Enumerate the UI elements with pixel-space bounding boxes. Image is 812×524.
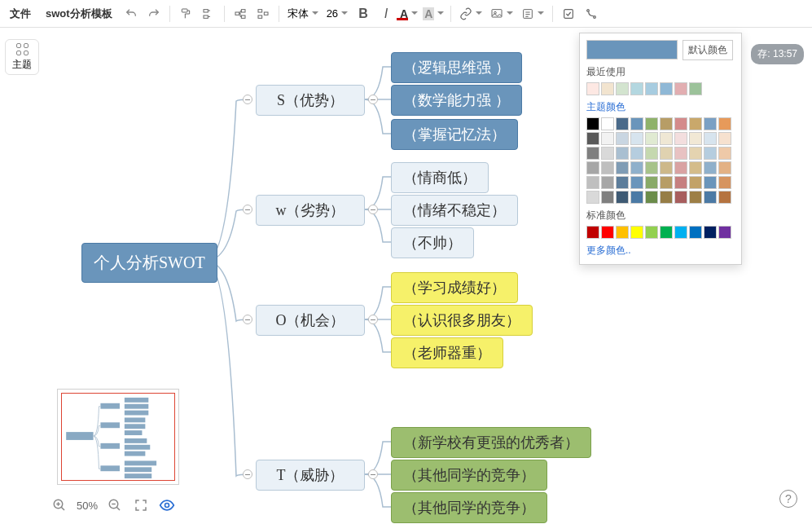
font-family-dropdown[interactable]: 宋体 (284, 3, 322, 24)
font-size-dropdown[interactable]: 26 (323, 3, 351, 24)
color-swatch[interactable] (586, 191, 599, 204)
color-swatch[interactable] (718, 161, 731, 174)
color-swatch[interactable] (660, 82, 673, 95)
color-swatch[interactable] (630, 82, 643, 95)
color-swatch[interactable] (674, 191, 687, 204)
preview-toggle-button[interactable] (158, 496, 176, 514)
collapse-knob[interactable] (243, 95, 252, 104)
mindmap-leaf[interactable]: （老师器重） (391, 337, 503, 368)
color-swatch[interactable] (718, 191, 731, 204)
mindmap-branch-s[interactable]: S（优势） (256, 85, 365, 116)
color-swatch[interactable] (674, 176, 687, 189)
task-button[interactable] (558, 3, 579, 24)
color-swatch[interactable] (645, 117, 658, 130)
file-menu[interactable]: 文件 (3, 3, 37, 24)
color-swatch[interactable] (616, 117, 629, 130)
color-swatch[interactable] (601, 226, 614, 239)
color-swatch[interactable] (630, 176, 643, 189)
color-swatch[interactable] (718, 147, 731, 160)
color-swatch[interactable] (601, 147, 614, 160)
mindmap-leaf[interactable]: （情商低） (391, 162, 489, 193)
color-swatch[interactable] (689, 132, 702, 145)
color-swatch[interactable] (660, 191, 673, 204)
collapse-knob[interactable] (243, 315, 252, 324)
color-swatch[interactable] (630, 191, 643, 204)
color-swatch[interactable] (660, 176, 673, 189)
color-swatch[interactable] (586, 161, 599, 174)
mindmap-leaf[interactable]: （新学校有更强的优秀者） (391, 427, 591, 458)
color-swatch[interactable] (601, 117, 614, 130)
format-painter-button[interactable] (175, 3, 196, 24)
color-swatch[interactable] (645, 82, 658, 95)
mindmap-leaf[interactable]: （逻辑思维强 ） (391, 52, 522, 83)
color-swatch[interactable] (616, 161, 629, 174)
zoom-out-button[interactable] (106, 496, 124, 514)
mindmap-branch-t[interactable]: T（威胁） (256, 460, 365, 491)
bold-button[interactable]: B (353, 3, 374, 24)
color-swatch[interactable] (689, 226, 702, 239)
color-swatch[interactable] (660, 161, 673, 174)
color-swatch[interactable] (630, 226, 643, 239)
color-swatch[interactable] (689, 161, 702, 174)
color-swatch[interactable] (601, 132, 614, 145)
image-button[interactable] (487, 3, 516, 24)
color-swatch[interactable] (674, 132, 687, 145)
color-swatch[interactable] (645, 176, 658, 189)
color-swatch[interactable] (601, 191, 614, 204)
fit-screen-button[interactable] (132, 496, 150, 514)
color-swatch[interactable] (704, 147, 717, 160)
color-swatch[interactable] (674, 161, 687, 174)
mindmap-leaf[interactable]: （认识很多朋友） (391, 305, 533, 336)
color-swatch[interactable] (689, 147, 702, 160)
mindmap-leaf[interactable]: （数学能力强 ） (391, 85, 522, 116)
mindmap-leaf[interactable]: （不帅） (391, 227, 474, 258)
color-swatch[interactable] (616, 147, 629, 160)
color-swatch[interactable] (689, 176, 702, 189)
color-swatch[interactable] (718, 226, 731, 239)
mindmap-branch-w[interactable]: w（劣势） (256, 195, 365, 226)
collapse-knob[interactable] (243, 205, 252, 214)
color-swatch[interactable] (704, 191, 717, 204)
collapse-knob[interactable] (243, 469, 252, 479)
mindmap-leaf[interactable]: （学习成绩好） (391, 272, 518, 303)
color-swatch[interactable] (616, 82, 629, 95)
color-swatch[interactable] (704, 117, 717, 130)
color-swatch[interactable] (674, 82, 687, 95)
color-swatch[interactable] (586, 117, 599, 130)
note-button[interactable] (518, 3, 547, 24)
color-swatch[interactable] (630, 161, 643, 174)
help-button[interactable]: ? (779, 490, 797, 508)
color-swatch[interactable] (674, 117, 687, 130)
color-swatch[interactable] (630, 132, 643, 145)
color-swatch[interactable] (660, 226, 673, 239)
color-swatch[interactable] (718, 176, 731, 189)
color-swatch[interactable] (586, 176, 599, 189)
collapse-knob[interactable] (368, 469, 378, 479)
color-swatch[interactable] (630, 147, 643, 160)
color-swatch[interactable] (674, 226, 687, 239)
text-color-button[interactable]: A (398, 3, 419, 24)
color-swatch[interactable] (601, 176, 614, 189)
insert-parent-button[interactable] (252, 3, 274, 24)
color-swatch[interactable] (601, 82, 614, 95)
mindmap-root-node[interactable]: 个人分析SWOT (81, 243, 217, 283)
color-swatch[interactable] (586, 226, 599, 239)
color-swatch[interactable] (689, 191, 702, 204)
color-swatch[interactable] (630, 117, 643, 130)
color-swatch[interactable] (704, 176, 717, 189)
color-swatch[interactable] (586, 147, 599, 160)
color-swatch[interactable] (718, 117, 731, 130)
color-swatch[interactable] (645, 226, 658, 239)
collapse-knob[interactable] (368, 205, 378, 214)
color-swatch[interactable] (645, 191, 658, 204)
undo-button[interactable] (121, 3, 142, 24)
color-swatch[interactable] (645, 147, 658, 160)
redo-button[interactable] (143, 3, 165, 24)
insert-sibling-button[interactable] (198, 3, 219, 24)
color-swatch[interactable] (689, 117, 702, 130)
color-swatch[interactable] (718, 132, 731, 145)
color-swatch[interactable] (586, 82, 599, 95)
color-swatch[interactable] (660, 117, 673, 130)
color-swatch[interactable] (616, 176, 629, 189)
color-swatch[interactable] (616, 226, 629, 239)
